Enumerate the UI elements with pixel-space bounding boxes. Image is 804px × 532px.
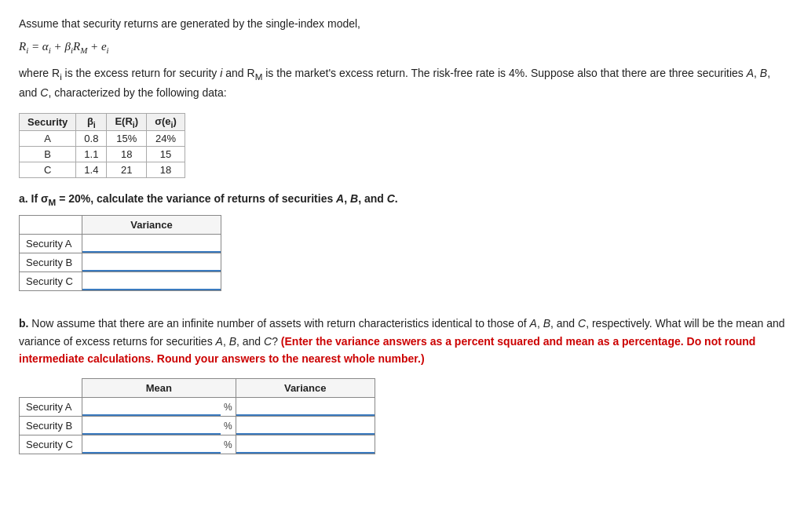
- intro-line1: Assume that security returns are generat…: [19, 16, 785, 32]
- answer-b-securityC-pct: %: [221, 439, 236, 450]
- description-text: where Ri is the excess return for securi…: [19, 64, 785, 102]
- answer-b-securityB-pct: %: [221, 421, 236, 432]
- answer-b-variance-header: Variance: [236, 379, 375, 398]
- security-b-sigma: 15: [147, 147, 185, 162]
- answer-a-securityC-input-cell[interactable]: [82, 272, 221, 291]
- answer-table-b: Mean Variance Security A % Security B %: [19, 378, 375, 454]
- answer-b-securityA-variance-cell[interactable]: [236, 398, 375, 417]
- section-a-question: a. If σM = 20%, calculate the variance o…: [19, 192, 785, 207]
- formula-display: Ri = αi + βiRM + ei: [19, 40, 785, 55]
- answer-b-securityC-mean-cell[interactable]: %: [82, 435, 236, 454]
- answer-b-securityA-pct: %: [221, 402, 236, 413]
- security-a-beta: 0.8: [76, 131, 107, 147]
- answer-b-securityA-mean-cell[interactable]: %: [82, 398, 236, 417]
- security-c-eri: 21: [107, 162, 147, 178]
- answer-b-securityA-label: Security A: [20, 398, 82, 417]
- table-row: C 1.4 21 18: [20, 162, 185, 178]
- col-eri: E(Ri): [107, 113, 147, 131]
- security-c-beta: 1.4: [76, 162, 107, 178]
- section-b-question: b. Now assume that there are an infinite…: [19, 315, 785, 367]
- answer-b-mean-header: Mean: [82, 379, 236, 398]
- answer-b-securityA-mean-input[interactable]: [82, 398, 221, 416]
- answer-b-row-securityA: Security A %: [20, 398, 375, 417]
- col-sigma: σ(ei): [147, 113, 185, 131]
- security-b-label: B: [20, 147, 76, 162]
- answer-a-securityC-label: Security C: [20, 272, 82, 291]
- answer-a-row-securityA: Security A: [20, 235, 221, 253]
- security-c-label: C: [20, 162, 76, 178]
- col-beta: βi: [76, 113, 107, 131]
- security-b-eri: 18: [107, 147, 147, 162]
- data-table: Security βi E(Ri) σ(ei) A 0.8 15% 24% B …: [19, 113, 185, 179]
- answer-a-securityA-input[interactable]: [82, 235, 221, 253]
- answer-a-securityB-input[interactable]: [82, 253, 221, 271]
- answer-a-securityA-input-cell[interactable]: [82, 235, 221, 253]
- security-a-eri: 15%: [107, 131, 147, 147]
- answer-a-securityB-input-cell[interactable]: [82, 253, 221, 272]
- col-security: Security: [20, 113, 76, 131]
- table-row: B 1.1 18 15: [20, 147, 185, 162]
- answer-b-blank-header: [20, 379, 82, 398]
- answer-b-securityC-variance-input[interactable]: [236, 435, 375, 454]
- security-c-sigma: 18: [147, 162, 185, 178]
- answer-b-securityC-label: Security C: [20, 435, 82, 454]
- answer-a-securityA-label: Security A: [20, 235, 82, 253]
- answer-b-securityB-variance-input[interactable]: [236, 417, 375, 435]
- answer-b-securityB-mean-input[interactable]: [82, 417, 221, 435]
- answer-table-a: Variance Security A Security B Security …: [19, 215, 221, 291]
- answer-b-row-securityC: Security C %: [20, 435, 375, 454]
- answer-b-row-securityB: Security B %: [20, 417, 375, 435]
- answer-b-securityB-variance-cell[interactable]: [236, 417, 375, 435]
- answer-a-row-securityC: Security C: [20, 272, 221, 291]
- answer-b-securityC-mean-input[interactable]: [82, 435, 221, 454]
- answer-a-securityC-input[interactable]: [82, 272, 221, 290]
- answer-b-securityB-label: Security B: [20, 417, 82, 435]
- section-b-red-instruction: (Enter the variance answers as a percent…: [19, 335, 755, 365]
- security-a-sigma: 24%: [147, 131, 185, 147]
- answer-a-row-securityB: Security B: [20, 253, 221, 272]
- answer-a-variance-header: Variance: [82, 216, 221, 235]
- answer-a-securityB-label: Security B: [20, 253, 82, 272]
- answer-b-securityB-mean-cell[interactable]: %: [82, 417, 236, 435]
- answer-a-blank-header: [20, 216, 82, 235]
- answer-b-securityC-variance-cell[interactable]: [236, 435, 375, 454]
- answer-b-securityA-variance-input[interactable]: [236, 398, 375, 416]
- table-row: A 0.8 15% 24%: [20, 131, 185, 147]
- security-b-beta: 1.1: [76, 147, 107, 162]
- security-a-label: A: [20, 131, 76, 147]
